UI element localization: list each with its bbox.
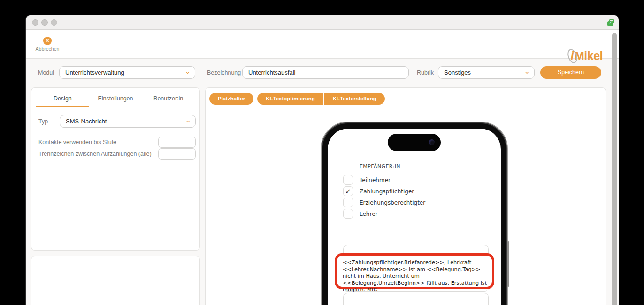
lehrer-checkbox[interactable] xyxy=(343,209,353,219)
recipients-heading: EMPFÄNGER:IN xyxy=(360,163,400,169)
typ-select[interactable]: SMS-Nachricht ⌄ xyxy=(60,115,196,128)
tab-design[interactable]: Design xyxy=(36,92,89,107)
imikel-logo: iMikel xyxy=(570,49,603,63)
front-camera-icon xyxy=(429,139,435,145)
bezeichnung-value: Unterrichtsausfall xyxy=(248,69,295,76)
kontakte-stufe-input[interactable] xyxy=(158,137,196,148)
phone-side-button xyxy=(507,241,509,287)
phone-screen: EMPFÄNGER:IN Teilnehmer ✓ Zahlungspflich… xyxy=(328,129,501,305)
traffic-light-minimize-icon[interactable] xyxy=(41,19,48,26)
erziehungsberechtigter-checkbox[interactable] xyxy=(343,198,353,207)
cancel-button-label: Abbrechen xyxy=(35,46,60,52)
teilnehmer-checkbox[interactable] xyxy=(343,175,353,185)
rubrik-label: Rubrik xyxy=(417,69,434,76)
message-highlight-box: <<Zahlungspflichtiger.Briefanrede>>, Leh… xyxy=(335,253,494,289)
message-text[interactable]: <<Zahlungspflichtiger.Briefanrede>>, Leh… xyxy=(343,259,492,294)
cancel-x-icon: ✕ xyxy=(43,37,52,45)
ki-texterstellung-button[interactable]: KI-Texterstellung xyxy=(324,93,385,105)
bezeichnung-label: Bezeichnung xyxy=(207,69,241,76)
chevron-down-icon: ⌄ xyxy=(185,114,191,126)
teilnehmer-label: Teilnehmer xyxy=(360,177,391,183)
logo-text: Mikel xyxy=(575,49,603,62)
typ-value: SMS-Nachricht xyxy=(66,118,107,125)
dynamic-island xyxy=(388,134,441,151)
save-button[interactable]: Speichern xyxy=(540,66,601,79)
cancel-button[interactable]: ✕ Abbrechen xyxy=(35,36,60,52)
bezeichnung-input[interactable]: Unterrichtsausfall xyxy=(242,66,409,79)
trennzeichen-label: Trennzeichen zwischen Aufzählungen (alle… xyxy=(38,151,152,157)
rubrik-select[interactable]: Sonstiges ⌄ xyxy=(438,66,535,79)
chevron-down-icon: ⌄ xyxy=(184,65,191,77)
window-scrollbar[interactable] xyxy=(612,33,617,305)
traffic-light-zoom-icon[interactable] xyxy=(51,19,57,26)
erziehungsberechtigter-label: Erziehungsberechtigter xyxy=(360,199,425,206)
design-panel: Design Einstellungen Benutzer:in Typ SMS… xyxy=(31,87,200,251)
editor-panel: Platzhalter KI-Textoptimierung KI-Texter… xyxy=(205,87,606,305)
modul-value: Unterrichtsverwaltung xyxy=(65,69,124,76)
trennzeichen-input[interactable] xyxy=(158,148,196,160)
lehrer-label: Lehrer xyxy=(360,211,377,217)
secondary-panel xyxy=(31,256,200,305)
secure-lock-icon xyxy=(607,21,613,26)
titlebar xyxy=(26,15,619,30)
tab-einstellungen[interactable]: Einstellungen xyxy=(89,92,142,107)
zahlungspflichtiger-label: Zahlungspflichtiger xyxy=(360,188,414,195)
kontakte-stufe-label: Kontakte verwenden bis Stufe xyxy=(38,139,116,145)
modul-label: Modul xyxy=(38,69,54,76)
ki-textoptimierung-button[interactable]: KI-Textoptimierung xyxy=(257,93,323,105)
phone-mockup: EMPFÄNGER:IN Teilnehmer ✓ Zahlungspflich… xyxy=(321,122,508,305)
editor-buttons: Platzhalter KI-Textoptimierung KI-Texter… xyxy=(209,93,385,105)
app-window: ✕ Abbrechen iMikel Modul Unterrichtsverw… xyxy=(26,15,619,305)
design-panel-tabs: Design Einstellungen Benutzer:in xyxy=(31,88,199,107)
traffic-light-close-icon[interactable] xyxy=(32,19,38,26)
rubrik-value: Sonstiges xyxy=(444,69,471,76)
logo-i: i xyxy=(570,49,575,63)
typ-label: Typ xyxy=(38,118,48,125)
platzhalter-button[interactable]: Platzhalter xyxy=(209,93,253,105)
tab-benutzerin[interactable]: Benutzer:in xyxy=(142,92,195,107)
modul-select[interactable]: Unterrichtsverwaltung ⌄ xyxy=(59,66,195,79)
zahlungspflichtiger-checkbox[interactable]: ✓ xyxy=(343,186,353,196)
toolbar: ✕ Abbrechen iMikel xyxy=(26,30,619,59)
secondary-textarea[interactable] xyxy=(343,293,489,305)
chevron-down-icon: ⌄ xyxy=(524,65,530,77)
